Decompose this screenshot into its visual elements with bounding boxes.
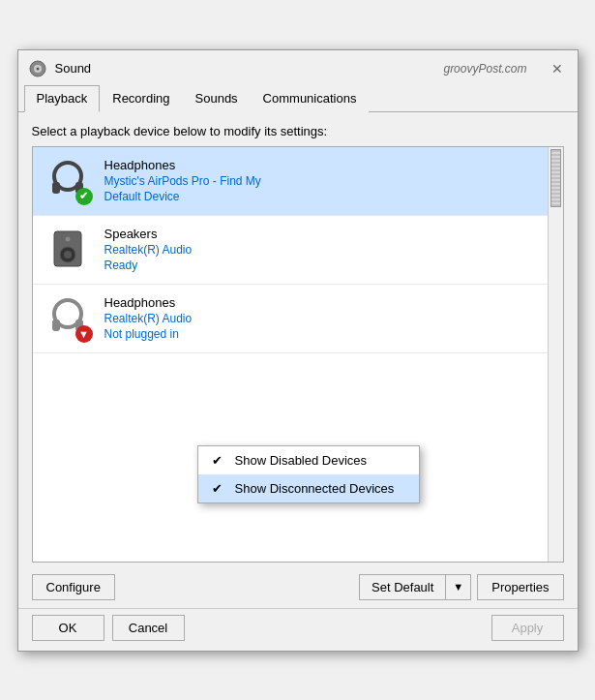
close-button[interactable]: ✕ [547, 58, 568, 79]
set-default-group: Set Default ▼ [359, 574, 471, 600]
device-sub2-2: Ready [104, 259, 536, 272]
speakers-icon [45, 226, 91, 272]
context-menu-show-disabled-label: Show Disabled Devices [235, 453, 368, 468]
device-item-headphones-default[interactable]: ✔ Headphones Mystic's AirPods Pro - Find… [33, 147, 548, 216]
device-info-2: Speakers Realtek(R) Audio Ready [104, 227, 536, 272]
device-icon-wrap-1: ✔ [45, 157, 93, 205]
device-name-3: Headphones [104, 295, 536, 310]
tab-bar: Playback Recording Sounds Communications [18, 85, 578, 112]
watermark: groovyPost.com [443, 62, 526, 76]
svg-rect-4 [52, 182, 60, 194]
context-menu: ✔ Show Disabled Devices ✔ Show Disconnec… [197, 445, 420, 503]
svg-rect-11 [52, 320, 60, 331]
device-list: ✔ Headphones Mystic's AirPods Pro - Find… [32, 146, 564, 563]
sound-dialog: Sound groovyPost.com ✕ Playback Recordin… [17, 49, 579, 652]
device-name-2: Speakers [104, 227, 536, 241]
device-icon-wrap-2 [45, 226, 93, 274]
device-list-inner: ✔ Headphones Mystic's AirPods Pro - Find… [33, 147, 548, 562]
status-badge-red: ▼ [75, 325, 93, 343]
scrollbar-thumb[interactable] [550, 149, 561, 207]
device-icon-wrap-3: ▼ [45, 294, 93, 343]
device-item-headphones-unplugged[interactable]: ▼ Headphones Realtek(R) Audio Not plugge… [33, 285, 548, 353]
content-area: Select a playback device below to modify… [18, 112, 578, 574]
svg-point-9 [65, 236, 71, 242]
device-sub2-1: Default Device [104, 190, 536, 203]
device-sub1-3: Realtek(R) Audio [104, 310, 536, 327]
svg-point-2 [36, 67, 39, 70]
apply-button[interactable]: Apply [491, 615, 564, 641]
context-menu-show-disconnected-label: Show Disconnected Devices [235, 481, 395, 496]
device-sub1-1: Mystic's AirPods Pro - Find My [104, 172, 536, 190]
action-row: Configure Set Default ▼ Properties [18, 574, 578, 608]
device-sub2-3: Not plugged in [104, 327, 536, 341]
tab-sounds[interactable]: Sounds [183, 85, 251, 112]
context-menu-show-disconnected[interactable]: ✔ Show Disconnected Devices [198, 474, 419, 502]
device-item-speakers[interactable]: Speakers Realtek(R) Audio Ready [33, 216, 548, 285]
device-info-1: Headphones Mystic's AirPods Pro - Find M… [104, 158, 536, 203]
ok-button[interactable]: OK [32, 615, 104, 641]
configure-button[interactable]: Configure [32, 574, 115, 600]
instruction-text: Select a playback device below to modify… [32, 124, 564, 138]
checkmark-disabled: ✔ [212, 453, 229, 468]
dialog-title: Sound [55, 61, 444, 76]
device-info-3: Headphones Realtek(R) Audio Not plugged … [104, 295, 536, 341]
title-bar: Sound groovyPost.com ✕ [18, 50, 578, 85]
device-name-1: Headphones [104, 158, 536, 172]
properties-button[interactable]: Properties [477, 574, 563, 600]
scrollbar-track[interactable] [548, 147, 563, 562]
set-default-button[interactable]: Set Default [359, 574, 445, 600]
status-badge-green: ✔ [75, 188, 93, 205]
sound-icon [28, 59, 47, 78]
set-default-dropdown[interactable]: ▼ [445, 574, 471, 600]
cancel-button[interactable]: Cancel [112, 615, 185, 641]
context-menu-show-disabled[interactable]: ✔ Show Disabled Devices [198, 446, 419, 474]
ok-cancel-row: OK Cancel Apply [18, 608, 578, 651]
checkmark-disconnected: ✔ [212, 481, 229, 496]
svg-point-8 [64, 251, 72, 259]
tab-communications[interactable]: Communications [251, 85, 370, 112]
tab-recording[interactable]: Recording [100, 85, 182, 112]
device-sub1-2: Realtek(R) Audio [104, 241, 536, 259]
tab-playback[interactable]: Playback [24, 85, 101, 112]
